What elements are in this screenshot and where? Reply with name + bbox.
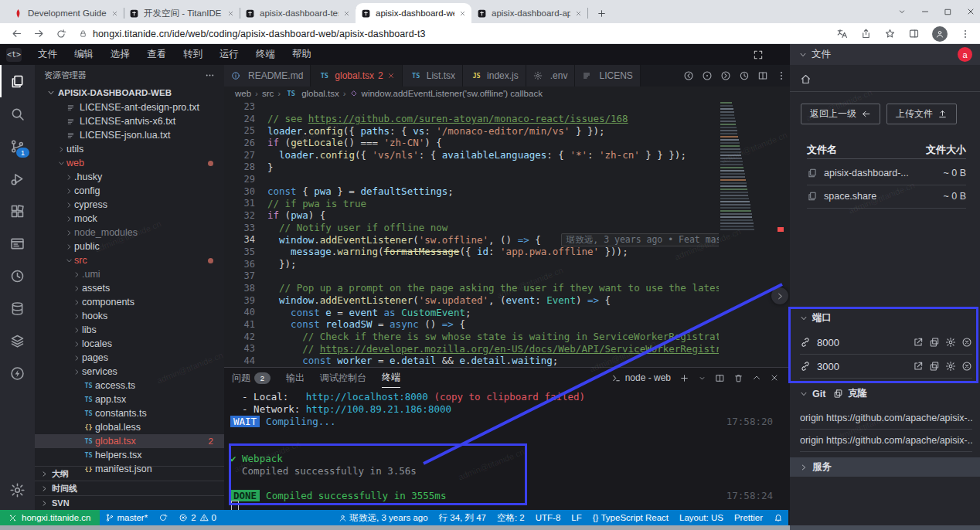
clone-button[interactable]: 克隆	[848, 387, 867, 400]
kill-terminal-icon[interactable]	[733, 373, 744, 383]
status-item[interactable]: 行 34, 列 47	[434, 510, 492, 525]
status-item[interactable]: UTF-8	[530, 510, 567, 525]
activity-scm-icon[interactable]: 1	[0, 130, 35, 162]
open-external-icon[interactable]	[913, 361, 924, 372]
tree-item[interactable]: TSconstants.ts	[35, 406, 224, 420]
section-SVN[interactable]: SVN	[35, 495, 224, 510]
ports-section-header[interactable]: 端口	[790, 308, 980, 328]
minimize-icon[interactable]	[920, 7, 930, 16]
tree-item[interactable]: pages	[35, 351, 224, 365]
tree-item[interactable]: LICENSE-antvis-x6.txt	[35, 114, 224, 128]
explorer-actions-icon[interactable]	[205, 70, 215, 80]
notification-badge[interactable]: a	[958, 47, 972, 62]
editor-tab[interactable]: README.md	[224, 65, 311, 87]
browser-tab[interactable]: 开发空间 - TitanIDE	[124, 3, 240, 23]
status-item[interactable]: LF	[566, 510, 587, 525]
side-panel-icon[interactable]	[908, 28, 920, 39]
tree-item[interactable]: TSapp.tsx	[35, 392, 224, 406]
status-item[interactable]: Prettier	[729, 510, 768, 525]
section-大纲[interactable]: 大纲	[35, 466, 224, 481]
status-item[interactable]: {} TypeScript React	[587, 510, 674, 525]
breadcrumb-item[interactable]: web	[235, 89, 251, 98]
file-table-row[interactable]: space.share~ 0 B	[807, 185, 966, 209]
tree-item[interactable]: utils	[35, 142, 224, 156]
share-icon[interactable]	[860, 28, 872, 39]
tree-item[interactable]: public	[35, 240, 224, 253]
breadcrumb-item[interactable]: window.addEventListener('sw.offline') ca…	[362, 89, 543, 98]
editor-action-circleR-icon[interactable]	[720, 70, 731, 81]
menu-item[interactable]: 终端	[247, 44, 284, 65]
terminal-dropdown-icon[interactable]	[698, 374, 706, 382]
window-close-icon[interactable]	[966, 7, 975, 16]
sync-status[interactable]	[153, 510, 173, 525]
tree-item[interactable]: {}global.less	[35, 420, 224, 434]
tree-item[interactable]: src	[35, 253, 224, 267]
activity-bolt-icon[interactable]	[0, 357, 35, 389]
menu-item[interactable]: 转到	[175, 44, 211, 65]
activity-search-icon[interactable]	[0, 97, 35, 130]
tree-item[interactable]: .husky	[35, 170, 224, 184]
tab-close-icon[interactable]	[575, 10, 582, 17]
menu-item[interactable]: 运行	[211, 44, 247, 65]
blame-status[interactable]: 琚致远, 3 years ago	[333, 510, 434, 525]
code-area[interactable]: 2324// see https://github.com/suren-atoy…	[224, 100, 719, 367]
tab-close-icon[interactable]	[343, 10, 350, 17]
menu-item[interactable]: 文件	[29, 44, 66, 65]
editor-action-kebab-icon[interactable]	[776, 70, 787, 81]
browser-tab[interactable]: Development Guide | Apache	[8, 3, 124, 23]
activity-debug-icon[interactable]	[0, 162, 35, 195]
tree-item[interactable]: LICENSE-ant-design-pro.txt	[35, 100, 224, 114]
breadcrumb-item[interactable]: global.tsx	[301, 89, 339, 98]
notifications-bell[interactable]	[768, 510, 788, 525]
close-panel-icon[interactable]	[770, 373, 779, 382]
menu-item[interactable]: 编辑	[66, 44, 102, 65]
panel-tab-终端[interactable]: 终端	[382, 368, 400, 388]
git-remote-row[interactable]: origin https://github.com/apache/apisix-…	[800, 407, 972, 430]
panel-tab-问题[interactable]: 问题2	[232, 368, 271, 388]
git-section-header[interactable]: Git 克隆	[790, 384, 980, 403]
tree-item[interactable]: .umi	[35, 267, 224, 281]
shell-selector[interactable]: node - web	[611, 372, 671, 383]
tree-item[interactable]: components	[35, 295, 224, 309]
clone-icon[interactable]	[833, 389, 843, 399]
back-parent-button[interactable]: 返回上一级	[801, 104, 880, 124]
port-settings-icon[interactable]	[945, 361, 956, 372]
open-external-icon[interactable]	[913, 337, 924, 348]
git-remote-row[interactable]: origin https://github.com/apache/apisix-…	[800, 430, 972, 452]
right-panel-header[interactable]: 文件 a	[790, 44, 980, 65]
forward-icon[interactable]	[33, 28, 45, 39]
activity-extensions-icon[interactable]	[0, 195, 35, 227]
maximize-panel-icon[interactable]	[752, 373, 761, 382]
editor-action-circleDot-icon[interactable]	[702, 70, 713, 81]
tree-item[interactable]: LICENSE-json.lua.txt	[35, 128, 224, 142]
tree-item[interactable]: TShelpers.tsx	[35, 448, 224, 462]
activity-clock-icon[interactable]	[0, 260, 35, 292]
tab-close-icon[interactable]	[111, 10, 118, 17]
tree-item[interactable]: mock	[35, 212, 224, 226]
tree-item[interactable]: node_modules	[35, 226, 224, 240]
editor-action-clock-icon[interactable]	[739, 70, 750, 81]
fullscreen-icon[interactable]	[753, 49, 764, 60]
editor-tab[interactable]: .env	[526, 65, 576, 87]
copy-icon[interactable]	[929, 337, 940, 348]
port-row[interactable]: 8000	[800, 331, 972, 355]
tree-item[interactable]: web	[35, 156, 224, 170]
close-port-icon[interactable]	[961, 361, 972, 372]
menu-item[interactable]: 查看	[138, 44, 175, 65]
maximize-icon[interactable]	[944, 8, 952, 16]
editor-tab[interactable]: LICENS	[575, 65, 640, 87]
activity-files-icon[interactable]	[0, 65, 35, 97]
editor-tab[interactable]: JSindex.js	[463, 65, 526, 87]
tree-item[interactable]: libs	[35, 323, 224, 337]
panel-expand-chevron[interactable]	[771, 287, 788, 304]
tree-item[interactable]: config	[35, 184, 224, 198]
tree-item[interactable]: TSaccess.ts	[35, 379, 224, 392]
git-branch-status[interactable]: master*	[100, 510, 154, 525]
tree-item[interactable]: hooks	[35, 309, 224, 323]
browser-tab[interactable]: apisix-dashboard-web - TitanI	[356, 3, 471, 23]
panel-tab-输出[interactable]: 输出	[286, 368, 305, 388]
editor-action-splitpane-icon[interactable]	[757, 70, 768, 81]
tab-close-icon[interactable]	[227, 10, 234, 17]
url-text[interactable]: hongxi.titanide.cn/ide/web/coding/apisix…	[93, 29, 426, 39]
status-item[interactable]: Layout: US	[674, 510, 729, 525]
